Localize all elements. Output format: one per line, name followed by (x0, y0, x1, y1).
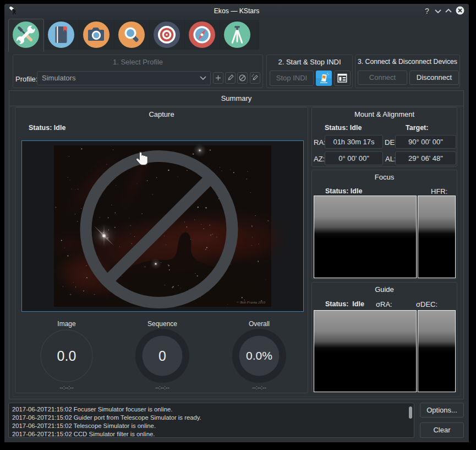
svg-text:© Bob Franke 2010: © Bob Franke 2010 (237, 300, 266, 304)
